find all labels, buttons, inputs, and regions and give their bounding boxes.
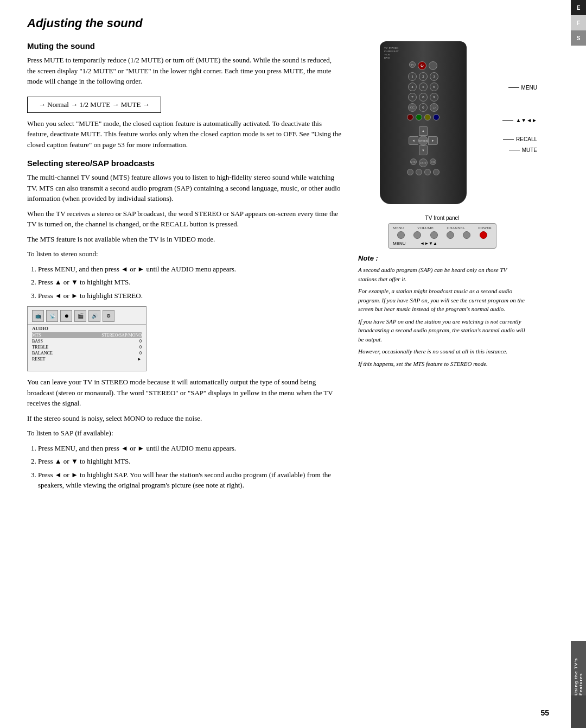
audio-row-treble: TREBLE 0 [32,344,142,350]
stereo-body1: The multi-channel TV sound (MTS) feature… [27,172,342,204]
panel-bottom-arrows: ◄►▼▲ [420,241,437,246]
callout-menu-label: MENU [521,85,537,91]
btn-f4 [433,169,440,175]
dpad-down: ▼ [419,145,428,155]
mts-value: STEREO/SAP/MONO [101,333,142,338]
remote-num-row1: 1 2 3 [407,72,440,81]
sap-step-2: Press ▲ or ▼ to highlight MTS. [38,456,342,467]
stereo-section-title: Selecting stereo/SAP broadcasts [27,159,342,168]
btn-ch: CH [430,159,436,165]
btn-green [416,114,422,121]
sap-steps-intro: To listen to SAP (if available): [27,428,342,439]
note-item-4: However, occasionally there is no sound … [358,347,526,356]
bass-label: BASS [32,339,43,344]
btn-1: 1 [408,72,417,81]
tv-front-panel: MENU VOLUME CHANNEL POWER [388,223,496,249]
mute-diagram: → Normal → 1/2 MUTE → MUTE → [27,97,161,113]
icon-settings: ⚙ [103,310,114,322]
btn-vol: VOL [410,159,417,165]
btn-f2 [416,169,422,175]
left-column: Muting the sound Press MUTE to temporari… [27,41,342,495]
callout-mute: MUTE [509,147,537,153]
tab-s: S [571,30,586,46]
btn-2: 2 [419,72,428,81]
btn-tv: TV [409,61,416,68]
tv-panel-top: MENU VOLUME CHANNEL POWER [393,226,492,230]
remote-input-row: TV ⏻ [384,61,462,70]
audio-menu-label: AUDIO [28,325,146,332]
remote-num-row2: 4 5 6 [407,83,440,91]
audio-menu-icons: 📺 📡 ⏺ 🎬 🔊 ⚙ [28,307,146,325]
using-tab: Using the TV's Features [571,641,586,695]
muting-body2: When you select "MUTE" mode, the closed … [27,118,342,150]
dpad-right: ► [428,136,438,145]
note-item-3: If you have SAP on and the station you a… [358,317,526,344]
panel-label-menu: MENU [393,226,404,230]
stereo-step-1: Press MENU, and then press ◄ or ► until … [38,264,342,275]
btn-f3 [424,169,431,175]
note-box: Note : A second audio program (SAP) can … [358,254,526,368]
audio-menu-image: 📺 📡 ⏺ 🎬 🔊 ⚙ AUDIO MTS STEREO/SAP/MONO [27,306,146,371]
remote-vol-row: VOL EXIT CH [384,159,462,167]
remote-body: TVPOWER CABLE/SAT VCR DVD [380,41,467,204]
btn-power: ⏻ [418,61,426,70]
sap-step-3: Press ◄ or ► to highlight SAP. You will … [38,470,342,491]
panel-bottom-menu: MENU [393,241,406,246]
panel-btn-1 [397,231,405,239]
btn-6: 6 [430,83,438,91]
note-item-2: For example, a station might broadcast m… [358,287,526,314]
btn-ch-prev: ↩ [430,103,438,112]
page-title-text: Adjusting the sound [27,16,143,30]
treble-label: TREBLE [32,345,48,350]
panel-label-power: POWER [478,226,492,230]
muting-body1: Press MUTE to temporarily reduce (1/2 MU… [27,55,342,87]
sap-step-1: Press MENU, and then press ◄ or ► until … [38,443,342,454]
tab-f: F [571,15,586,30]
right-tabs: E F S Using the TV's Features [571,0,586,728]
panel-label-volume: VOLUME [417,226,434,230]
remote-num-row4: CC 0 ↩ [407,103,440,112]
reset-label: RESET [32,357,45,362]
tv-panel-buttons [393,231,492,239]
panel-label-channel: CHANNEL [447,226,465,230]
btn-0: 0 [419,103,428,112]
page-title: Adjusting the sound [27,16,549,30]
audio-row-mts: MTS STEREO/SAP/MONO [32,332,142,338]
icon-speaker: 🔊 [88,310,100,322]
mts-label: MTS [32,333,41,338]
remote-color-row [384,114,462,121]
stereo-steps-list: Press MENU, and then press ◄ or ► until … [38,264,342,301]
sap-steps-list: Press MENU, and then press ◄ or ► until … [38,443,342,491]
audio-row-reset: RESET ► [32,356,142,362]
bass-value: 0 [139,339,142,344]
stereo-step-2: Press ▲ or ▼ to highlight MTS. [38,277,342,288]
icon-rec: ⏺ [60,310,72,322]
btn-4: 4 [408,83,417,91]
btn-f1 [407,169,413,175]
reset-value: ► [137,357,142,362]
audio-menu-rows: MTS STEREO/SAP/MONO BASS 0 TREBLE 0 [28,332,146,362]
callout-arrow: ▲▼◄► [502,117,537,123]
btn-8: 8 [419,93,428,102]
btn-extra1 [429,61,437,70]
remote-wrapper: TVPOWER CABLE/SAT VCR DVD [358,41,510,204]
using-tab-bottom [571,695,586,728]
btn-3: 3 [430,72,438,81]
btn-extra: CC [408,103,417,112]
treble-value: 0 [139,345,142,350]
panel-btn-3 [430,231,438,239]
page-number: 55 [540,708,549,717]
remote-num-row3: 7 8 9 [407,93,440,102]
dpad-left: ◄ [409,136,418,145]
btn-exit: EXIT [419,159,428,167]
note-item-5: If this happens, set the MTS feature to … [358,359,526,369]
note-title: Note : [358,254,526,262]
callout-recall-label: RECALL [516,136,537,142]
icon-film: 🎬 [74,310,86,322]
btn-5: 5 [419,83,428,91]
tv-front-label: TV front panel [358,215,526,221]
balance-label: BALANCE [32,351,53,356]
remote-dpad: ▲ ▼ ◄ ► ENTER [409,126,438,155]
btn-blue [433,114,440,121]
muting-section-title: Muting the sound [27,41,342,50]
